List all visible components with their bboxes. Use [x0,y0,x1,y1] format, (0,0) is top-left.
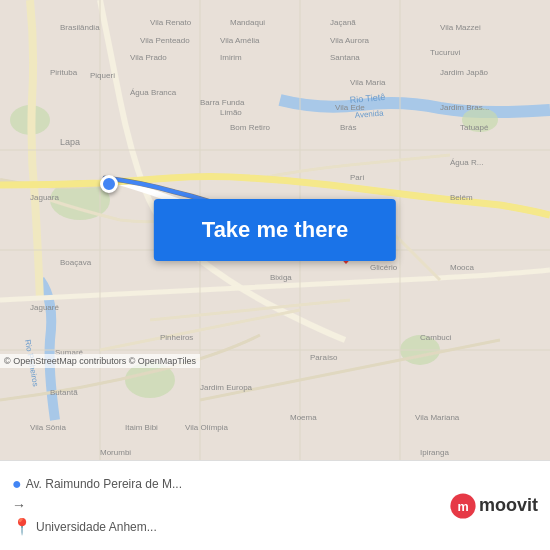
origin-dot: ● [12,475,22,493]
svg-text:Butantã: Butantã [50,388,78,397]
svg-text:Tucuruvi: Tucuruvi [430,48,461,57]
route-to: 📍 Universidade Anhem... [12,517,441,536]
svg-text:Água R...: Água R... [450,158,483,167]
svg-text:Pari: Pari [350,173,364,182]
svg-text:Glicério: Glicério [370,263,398,272]
svg-text:Vila Olímpia: Vila Olímpia [185,423,229,432]
svg-text:Vila Aurora: Vila Aurora [330,36,370,45]
svg-text:Imirim: Imirim [220,53,242,62]
svg-text:Morumbi: Morumbi [100,448,131,457]
svg-text:Ipiranga: Ipiranga [420,448,449,457]
moovit-logo-icon: m [449,492,477,520]
osm-credit: © OpenStreetMap contributors © OpenMapTi… [0,354,200,368]
svg-text:Paraíso: Paraíso [310,353,338,362]
svg-text:Água Branca: Água Branca [130,88,177,97]
svg-text:Vila Maria: Vila Maria [350,78,386,87]
take-me-there-button[interactable]: Take me there [154,199,396,261]
svg-text:Vila Penteado: Vila Penteado [140,36,190,45]
svg-text:Mooca: Mooca [450,263,475,272]
svg-text:Itaim Bibi: Itaim Bibi [125,423,158,432]
svg-text:Santana: Santana [330,53,360,62]
svg-text:m: m [457,499,468,513]
svg-text:Vila Mazzei: Vila Mazzei [440,23,481,32]
svg-text:Barra Funda: Barra Funda [200,98,245,107]
svg-text:Jaçanã: Jaçanã [330,18,356,27]
svg-text:Brasilândia: Brasilândia [60,23,100,32]
svg-text:Pirituba: Pirituba [50,68,78,77]
svg-text:Belém: Belém [450,193,473,202]
svg-text:Jardim Europa: Jardim Europa [200,383,253,392]
svg-text:Limão: Limão [220,108,242,117]
svg-text:Mandaqui: Mandaqui [230,18,265,27]
svg-text:Vila Mariana: Vila Mariana [415,413,460,422]
origin-marker [100,175,118,193]
svg-text:Jaguara: Jaguara [30,193,59,202]
svg-text:Boaçava: Boaçava [60,258,92,267]
bottom-bar: ● Av. Raimundo Pereira de M... → 📍 Unive… [0,460,550,550]
svg-text:Vila Ede: Vila Ede [335,103,365,112]
svg-text:Pinheiros: Pinheiros [160,333,193,342]
svg-text:Brás: Brás [340,123,356,132]
svg-text:Jardim Bras...: Jardim Bras... [440,103,489,112]
svg-text:Vila Renato: Vila Renato [150,18,192,27]
svg-text:Tatuapé: Tatuapé [460,123,489,132]
svg-text:Vila Sônia: Vila Sônia [30,423,66,432]
svg-text:Jardim Japão: Jardim Japão [440,68,489,77]
svg-text:Moema: Moema [290,413,317,422]
route-from: ● Av. Raimundo Pereira de M... [12,475,441,493]
svg-text:Bixiga: Bixiga [270,273,292,282]
svg-text:Bom Retiro: Bom Retiro [230,123,271,132]
svg-text:Cambuci: Cambuci [420,333,452,342]
svg-text:Lapa: Lapa [60,137,80,147]
destination-pin: 📍 [12,517,32,536]
svg-text:Vila Amélia: Vila Amélia [220,36,260,45]
svg-text:Piqueri: Piqueri [90,71,115,80]
map-container: Lapa Água Branca Bixiga Pari Glicério Bo… [0,0,550,460]
to-label: Universidade Anhem... [36,520,157,534]
route-info: ● Av. Raimundo Pereira de M... → 📍 Unive… [12,475,441,536]
svg-text:Jaguaré: Jaguaré [30,303,59,312]
from-label: Av. Raimundo Pereira de M... [26,477,182,491]
svg-text:Vila Prado: Vila Prado [130,53,167,62]
route-arrow-icon: → [12,497,441,513]
moovit-logo: m moovit [449,492,538,520]
moovit-text: moovit [479,495,538,516]
